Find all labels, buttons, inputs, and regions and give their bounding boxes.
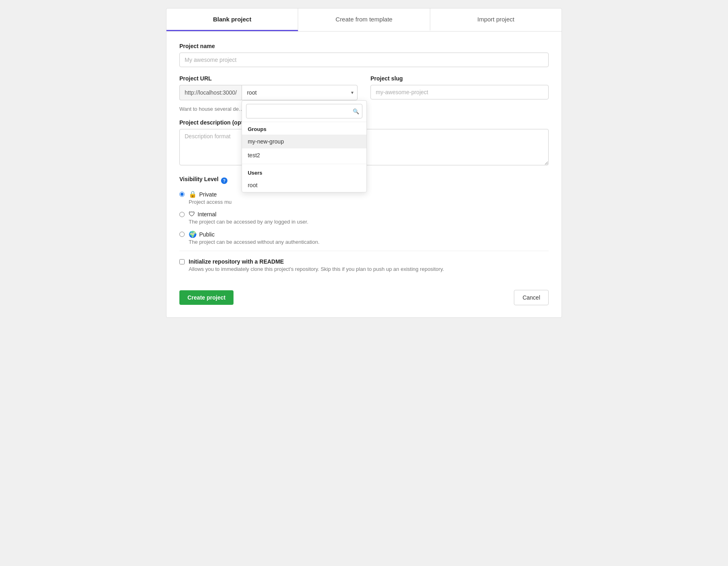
visibility-private-label: Private bbox=[199, 191, 217, 198]
visibility-private-desc: Project access mu bbox=[189, 199, 231, 205]
url-slug-row: Project URL http://localhost:3000/ root … bbox=[179, 75, 549, 104]
visibility-public: 🌍 Public The project can be accessed wit… bbox=[179, 230, 549, 245]
project-slug-input[interactable] bbox=[370, 85, 549, 99]
cancel-button[interactable]: Cancel bbox=[514, 290, 549, 305]
project-url-field: Project URL http://localhost:3000/ root … bbox=[179, 75, 358, 104]
url-select-wrapper: root ▾ 🔍 Groups my- bbox=[242, 85, 358, 100]
project-slug-field: Project slug bbox=[370, 75, 549, 104]
private-icon: 🔒 bbox=[189, 190, 197, 198]
main-container: Blank project Create from template Impor… bbox=[166, 8, 562, 318]
dropdown-search-wrapper: 🔍 bbox=[246, 104, 362, 118]
dropdown-divider bbox=[242, 164, 366, 164]
visibility-label: Visibility Level bbox=[179, 176, 219, 182]
form-body: Project name Project URL http://localhos… bbox=[166, 32, 562, 280]
project-name-input[interactable] bbox=[179, 53, 549, 67]
init-label: Initialize repository with a README bbox=[189, 258, 444, 265]
button-row: Create project Cancel bbox=[166, 290, 562, 305]
search-icon: 🔍 bbox=[353, 108, 359, 114]
visibility-internal-radio[interactable] bbox=[179, 212, 185, 217]
groups-header: Groups bbox=[242, 122, 366, 135]
init-section: Initialize repository with a README Allo… bbox=[179, 251, 549, 272]
visibility-help-icon[interactable]: ? bbox=[221, 177, 227, 184]
project-name-label: Project name bbox=[179, 43, 549, 49]
visibility-private-radio[interactable] bbox=[179, 192, 185, 197]
visibility-public-radio[interactable] bbox=[179, 232, 185, 237]
init-checkbox-row: Initialize repository with a README Allo… bbox=[179, 258, 549, 272]
visibility-public-desc: The project can be accessed without any … bbox=[189, 239, 320, 245]
url-row: http://localhost:3000/ root ▾ 🔍 bbox=[179, 85, 358, 100]
visibility-internal-label: Internal bbox=[198, 211, 217, 218]
init-checkbox[interactable] bbox=[179, 259, 185, 264]
project-slug-label: Project slug bbox=[370, 75, 549, 82]
url-select[interactable]: root bbox=[242, 85, 358, 100]
visibility-private: 🔒 Private Project access mu bbox=[179, 190, 549, 205]
project-name-field: Project name bbox=[179, 43, 549, 67]
dropdown-group-my-new-group[interactable]: my-new-group bbox=[242, 135, 366, 148]
visibility-internal-desc: The project can be accessed by any logge… bbox=[189, 219, 308, 225]
dropdown-group-test2[interactable]: test2 bbox=[242, 148, 366, 162]
dropdown-user-root[interactable]: root bbox=[242, 178, 366, 192]
project-url-label: Project URL bbox=[179, 75, 358, 82]
tab-blank-project[interactable]: Blank project bbox=[166, 8, 298, 31]
url-dropdown-popup: 🔍 Groups my-new-group test2 Users root bbox=[242, 100, 367, 192]
url-prefix: http://localhost:3000/ bbox=[179, 85, 242, 100]
public-icon: 🌍 bbox=[189, 230, 197, 238]
dropdown-search-row: 🔍 bbox=[242, 101, 366, 122]
init-description: Allows you to immediately clone this pro… bbox=[189, 266, 444, 272]
users-header: Users bbox=[242, 166, 366, 178]
visibility-public-label: Public bbox=[199, 231, 215, 238]
visibility-internal: 🛡 Internal The project can be accessed b… bbox=[179, 211, 549, 225]
internal-icon: 🛡 bbox=[189, 211, 195, 218]
tab-import-project[interactable]: Import project bbox=[430, 8, 562, 31]
tabs-bar: Blank project Create from template Impor… bbox=[166, 8, 562, 32]
create-project-button[interactable]: Create project bbox=[179, 290, 234, 305]
dropdown-search-input[interactable] bbox=[246, 104, 362, 118]
tab-create-from-template[interactable]: Create from template bbox=[298, 8, 430, 31]
